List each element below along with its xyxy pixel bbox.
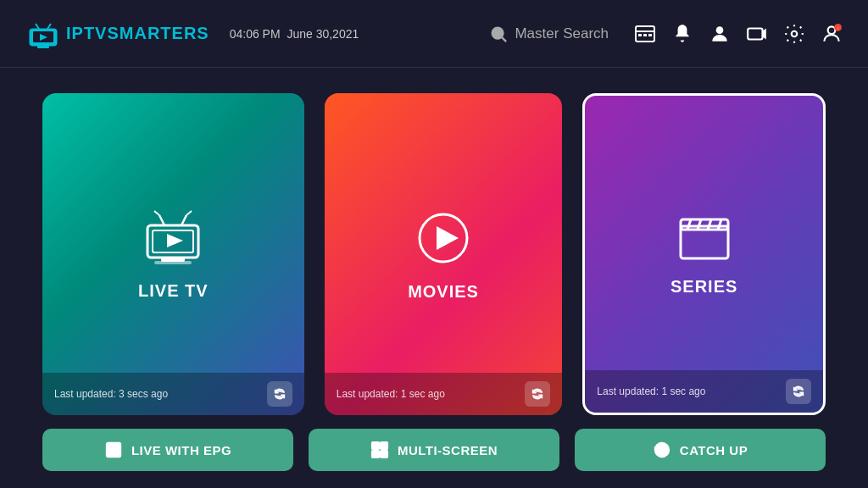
svg-line-34 — [698, 219, 701, 230]
svg-rect-31 — [681, 226, 728, 258]
catch-up-label: CATCH UP — [680, 443, 748, 458]
svg-line-2 — [36, 24, 39, 29]
series-card[interactable]: SERIES Last updated: 1 sec ago — [582, 93, 826, 415]
profile-icon[interactable]: ! — [821, 23, 843, 45]
search-icon — [489, 25, 508, 43]
live-tv-icon — [139, 208, 207, 271]
live-tv-card[interactable]: LIVE TV Last updated: 3 secs ago — [42, 93, 304, 415]
action-buttons-row: LIVE WITH EPG MULTI-SCREEN CATCH UP — [42, 429, 826, 471]
svg-rect-42 — [372, 451, 379, 458]
multi-screen-label: MULTI-SCREEN — [398, 443, 498, 458]
live-epg-icon — [104, 441, 123, 459]
svg-point-16 — [792, 30, 798, 36]
svg-point-6 — [492, 27, 504, 38]
svg-line-35 — [708, 219, 711, 230]
series-icon — [674, 213, 735, 267]
svg-rect-14 — [748, 28, 762, 39]
svg-rect-43 — [381, 451, 387, 458]
svg-line-7 — [503, 37, 507, 42]
search-area[interactable]: Master Search — [489, 25, 609, 43]
svg-line-27 — [154, 211, 159, 215]
svg-rect-41 — [381, 442, 387, 449]
multi-screen-button[interactable]: MULTI-SCREEN — [309, 429, 559, 471]
multi-screen-icon — [370, 441, 389, 459]
epg-icon[interactable] — [634, 23, 656, 45]
movies-refresh[interactable] — [525, 381, 550, 407]
live-tv-updated: Last updated: 3 secs ago — [54, 388, 168, 400]
svg-line-36 — [718, 219, 721, 230]
live-tv-refresh[interactable] — [267, 381, 292, 407]
svg-line-23 — [159, 215, 164, 225]
svg-rect-11 — [643, 34, 647, 36]
svg-line-33 — [687, 219, 691, 230]
logo-text: IPTVSMARTERS — [66, 24, 209, 43]
svg-rect-10 — [638, 34, 642, 36]
svg-rect-40 — [372, 442, 379, 449]
live-epg-label: LIVE WITH EPG — [131, 443, 231, 458]
svg-line-3 — [47, 24, 51, 29]
series-updated: Last updated: 1 sec ago — [597, 385, 705, 397]
live-tv-title: LIVE TV — [138, 281, 209, 301]
series-refresh[interactable] — [786, 379, 811, 404]
movies-icon — [413, 208, 474, 272]
movies-footer: Last updated: 1 sec ago — [325, 373, 563, 415]
notification-icon[interactable] — [671, 23, 693, 45]
svg-rect-26 — [154, 261, 192, 264]
svg-marker-22 — [167, 234, 183, 247]
svg-line-28 — [186, 211, 192, 215]
header: IPTVSMARTERS 04:06 PM June 30,2021 Maste… — [0, 0, 868, 68]
main-content: LIVE TV Last updated: 3 secs ago — [0, 68, 868, 488]
series-title: SERIES — [670, 277, 737, 297]
svg-line-24 — [181, 215, 186, 225]
svg-rect-4 — [37, 46, 49, 48]
cards-row: LIVE TV Last updated: 3 secs ago — [42, 93, 826, 415]
catch-up-button[interactable]: CATCH UP — [575, 429, 826, 471]
record-icon[interactable] — [746, 23, 768, 45]
live-epg-button[interactable]: LIVE WITH EPG — [42, 429, 293, 471]
series-footer: Last updated: 1 sec ago — [585, 370, 823, 413]
live-tv-footer: Last updated: 3 secs ago — [42, 373, 304, 415]
movies-updated: Last updated: 1 sec ago — [337, 388, 445, 400]
movies-card[interactable]: MOVIES Last updated: 1 sec ago — [325, 93, 563, 415]
settings-icon[interactable] — [783, 23, 805, 45]
svg-rect-12 — [648, 34, 652, 36]
logo-area: IPTVSMARTERS — [25, 19, 209, 49]
svg-marker-30 — [437, 226, 459, 250]
search-label: Master Search — [515, 25, 609, 42]
svg-point-17 — [828, 26, 836, 34]
svg-point-13 — [716, 26, 724, 34]
catch-up-icon — [653, 441, 671, 459]
header-icons: ! — [634, 23, 843, 45]
user-icon[interactable] — [709, 23, 731, 45]
svg-rect-37 — [107, 443, 121, 458]
movies-title: MOVIES — [408, 282, 479, 302]
datetime: 04:06 PM June 30,2021 — [230, 27, 359, 41]
logo-tv-icon — [25, 19, 61, 49]
